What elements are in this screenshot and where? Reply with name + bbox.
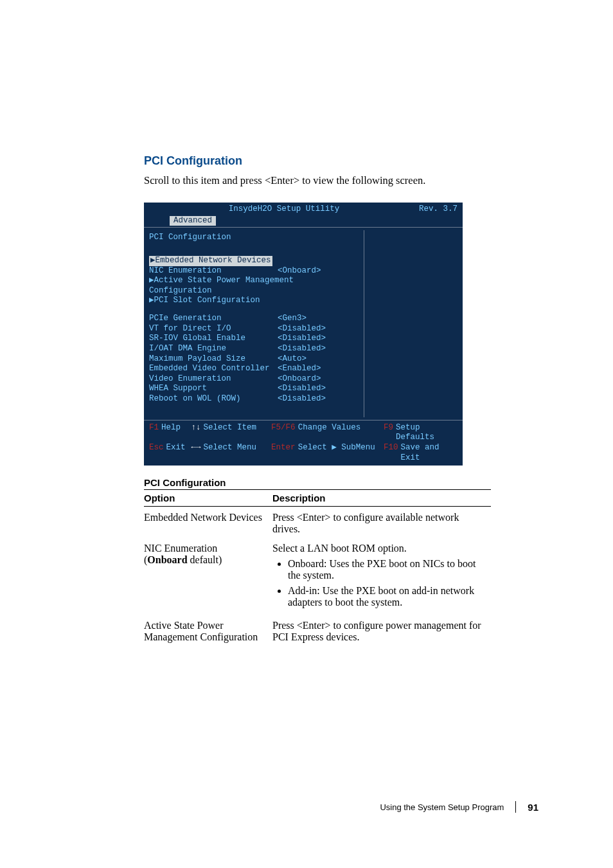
option-description: Select a LAN boot ROM option. Onboard: U… (272, 538, 491, 615)
bios-line-value: <Disabled> (278, 324, 326, 334)
option-name: NIC Enumeration (Onboard default) (144, 538, 272, 615)
bios-tab-row: Advanced (144, 216, 463, 228)
bios-key-label: Select Item (203, 423, 256, 443)
option-bullet: Add-in: Use the PXE boot on add-in netwo… (288, 585, 486, 608)
bios-help-pane (364, 230, 460, 417)
bios-line-label: I/OAT DMA Engine (149, 344, 278, 354)
bios-key-label: Help (161, 423, 181, 443)
bios-line-label: Embedded Video Controller (149, 364, 278, 374)
option-name: Active State Power Management Configurat… (144, 615, 272, 646)
bios-line-value: <Disabled> (278, 344, 326, 354)
bios-titlebar: InsydeH2O Setup Utility Rev. 3.7 (144, 203, 463, 216)
bios-line: I/OAT DMA Engine<Disabled> (149, 344, 355, 354)
bios-line-value: <Onboard> (278, 266, 321, 276)
option-name: Embedded Network Devices (144, 507, 272, 538)
bios-key-label: Select ▶ SubMenu (298, 443, 375, 463)
bios-line-label: PCIe Generation (149, 314, 278, 324)
bios-key-label: Save and Exit (400, 443, 458, 463)
intro-text: Scroll to this item and press <Enter> to… (144, 174, 538, 187)
bios-line-label: NIC Enumeration (149, 266, 278, 276)
bios-line: VT for Direct I/O<Disabled> (149, 324, 355, 334)
option-name-line: NIC Enumeration (144, 543, 217, 554)
bios-key-label: Exit (166, 443, 186, 463)
bios-line-label: Reboot on WOL (ROW) (149, 394, 278, 404)
option-bullet: Onboard: Uses the PXE boot on NICs to bo… (288, 558, 486, 581)
option-desc-text: Select a LAN boot ROM option. (272, 543, 407, 554)
bios-line: Video Enumeration<Onboard> (149, 374, 355, 384)
bios-line-label: ▶PCI Slot Configuration (149, 296, 260, 306)
arrow-updown-icon: ↑↓ (191, 423, 200, 443)
bios-key-f5f6: F5/F6 (271, 423, 296, 443)
table-row: Active State Power Management Configurat… (144, 615, 491, 646)
option-description: Press <Enter> to configure available net… (272, 507, 491, 538)
table-header-option: Option (144, 490, 272, 507)
bios-key-esc: Esc (149, 443, 164, 463)
bios-line-value: <Disabled> (278, 384, 326, 394)
bios-line-value: <Enabled> (278, 364, 321, 374)
bios-key-label: Change Values (298, 423, 361, 443)
bios-key-label: Select Menu (203, 443, 256, 463)
bios-line: ▶Active State Power Management Configura… (149, 276, 355, 296)
table-row: NIC Enumeration (Onboard default) Select… (144, 538, 491, 615)
section-heading: PCI Configuration (144, 154, 538, 168)
bios-selected-item: ▶Embedded Network Devices (149, 256, 272, 266)
bios-line: SR-IOV Global Enable<Disabled> (149, 334, 355, 344)
bios-line-value: <Disabled> (278, 394, 326, 404)
options-table: Option Description Embedded Network Devi… (144, 489, 491, 646)
bios-footer: F1Help ↑↓Select Item F5/F6Change Values … (144, 420, 463, 466)
bios-key-f10: F10 (384, 443, 398, 463)
bios-line-label: Maximum Payload Size (149, 354, 278, 365)
bios-line: WHEA Support<Disabled> (149, 384, 355, 394)
bios-line-label: WHEA Support (149, 384, 278, 394)
bios-revision: Rev. 3.7 (419, 204, 458, 215)
footer-divider (515, 801, 516, 813)
option-name-line: Active State Power (144, 620, 224, 631)
option-name-line: Management Configuration (144, 631, 258, 642)
bios-key-f9: F9 (384, 423, 393, 443)
bios-line-label: SR-IOV Global Enable (149, 334, 278, 344)
bios-page-heading: PCI Configuration (149, 233, 355, 243)
bios-line: PCIe Generation<Gen3> (149, 314, 355, 324)
arrow-leftright-icon: ←→ (191, 443, 200, 463)
bios-key-label: Setup Defaults (396, 423, 458, 443)
page-number: 91 (528, 802, 538, 813)
bios-screenshot: InsydeH2O Setup Utility Rev. 3.7 Advance… (144, 203, 463, 466)
bios-line: NIC Enumeration <Onboard> (149, 266, 355, 276)
bios-body: PCI Configuration ▶Embedded Network Devi… (144, 227, 463, 419)
bios-line: ▶PCI Slot Configuration (149, 296, 355, 306)
bios-line-label: VT for Direct I/O (149, 324, 278, 334)
page-footer: Using the System Setup Program 91 (144, 801, 538, 813)
bios-line-label: Video Enumeration (149, 374, 278, 384)
bios-line: Embedded Video Controller<Enabled> (149, 364, 355, 374)
bios-tab-advanced: Advanced (170, 216, 216, 226)
bios-title: InsydeH2O Setup Utility (229, 204, 340, 215)
bios-line: Maximum Payload Size<Auto> (149, 354, 355, 365)
option-description: Press <Enter> to configure power managem… (272, 615, 491, 646)
bios-line: Reboot on WOL (ROW)<Disabled> (149, 394, 355, 404)
bios-line-value: <Gen3> (278, 314, 306, 324)
bios-key-enter: Enter (271, 443, 296, 463)
footer-text: Using the System Setup Program (380, 802, 504, 812)
table-caption: PCI Configuration (144, 477, 538, 488)
table-header-description: Description (272, 490, 491, 507)
option-default: (Onboard default) (144, 554, 222, 565)
bios-key-f1: F1 (149, 423, 159, 443)
bios-line-value: <Onboard> (278, 374, 321, 384)
bios-line-value: <Auto> (278, 354, 306, 365)
bios-line-value: <Disabled> (278, 334, 326, 344)
table-row: Embedded Network Devices Press <Enter> t… (144, 507, 491, 538)
bios-line-label: ▶Active State Power Management Configura… (149, 276, 355, 296)
